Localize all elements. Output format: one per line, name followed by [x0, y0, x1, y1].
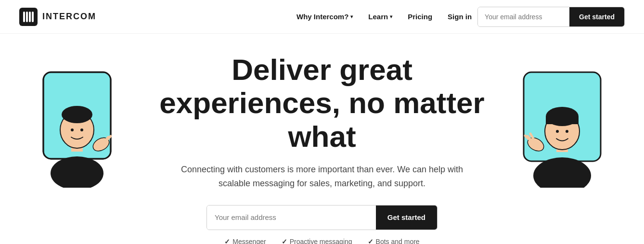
hero-get-started-button[interactable]: Get started — [376, 205, 437, 230]
check-icon: ✓ — [224, 238, 230, 244]
svg-rect-23 — [546, 116, 579, 124]
check-icon: ✓ — [368, 238, 374, 244]
nav-learn[interactable]: Learn ▾ — [368, 13, 392, 21]
check-icon: ✓ — [282, 238, 287, 244]
hero-subtitle: Connecting with customers is more import… — [178, 163, 466, 191]
svg-rect-0 — [19, 8, 38, 26]
svg-rect-1 — [23, 12, 25, 22]
svg-point-24 — [556, 130, 559, 133]
hero-email-input[interactable] — [207, 205, 376, 230]
hero-title: Deliver great experiences, no matter wha… — [159, 53, 484, 153]
nav-get-started-button[interactable]: Get started — [569, 7, 624, 26]
nav-email-form: Get started — [477, 7, 625, 27]
svg-point-7 — [51, 156, 103, 188]
nav-email-input[interactable] — [478, 7, 569, 26]
feature-proactive-messaging: ✓ Proactive messaging — [282, 238, 352, 244]
svg-rect-2 — [26, 12, 28, 22]
hero-section: Deliver great experiences, no matter wha… — [0, 34, 644, 244]
svg-point-12 — [67, 110, 73, 116]
intercom-logo-icon — [19, 8, 38, 26]
feature-bots: ✓ Bots and more — [368, 238, 420, 244]
svg-point-10 — [62, 106, 92, 123]
feature-messenger: ✓ Messenger — [224, 238, 266, 244]
svg-point-14 — [80, 128, 83, 131]
svg-point-25 — [566, 130, 568, 133]
chevron-down-icon: ▾ — [350, 14, 353, 19]
svg-rect-3 — [29, 12, 31, 22]
character-right-illustration — [509, 63, 615, 188]
chevron-down-icon: ▾ — [390, 14, 392, 19]
nav-why-intercom[interactable]: Why Intercom? ▾ — [296, 13, 353, 21]
logo[interactable]: INTERCOM — [19, 8, 96, 26]
svg-rect-4 — [32, 12, 34, 22]
nav-signin[interactable]: Sign in — [448, 13, 472, 21]
character-left-illustration — [29, 63, 125, 188]
hero-features: ✓ Messenger ✓ Proactive messaging ✓ Bots… — [224, 238, 419, 244]
svg-point-13 — [71, 128, 74, 131]
logo-text: INTERCOM — [42, 12, 96, 22]
navbar: INTERCOM Why Intercom? ▾ Learn ▾ Pricing… — [0, 0, 644, 34]
nav-links: Why Intercom? ▾ Learn ▾ Pricing — [296, 13, 432, 21]
nav-pricing[interactable]: Pricing — [408, 13, 432, 21]
hero-email-form: Get started — [206, 205, 438, 230]
